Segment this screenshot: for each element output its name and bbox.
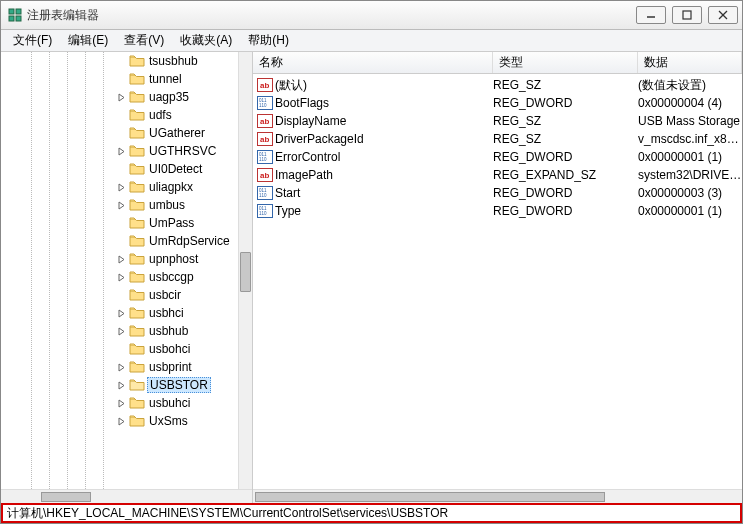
- folder-icon: [129, 234, 145, 248]
- tree-item-label: usbhub: [147, 324, 190, 338]
- no-expand-icon: [116, 74, 127, 85]
- no-expand-icon: [116, 218, 127, 229]
- tree-item[interactable]: usbccgp: [1, 268, 238, 286]
- scrollbar-thumb[interactable]: [41, 492, 91, 502]
- no-expand-icon: [116, 110, 127, 121]
- expand-icon[interactable]: [116, 146, 127, 157]
- folder-icon: [129, 360, 145, 374]
- status-path: 计算机\HKEY_LOCAL_MACHINE\SYSTEM\CurrentCon…: [7, 505, 448, 522]
- tree-horizontal-scrollbar[interactable]: [1, 489, 252, 503]
- string-value-icon: ab: [257, 132, 273, 146]
- expand-icon[interactable]: [116, 92, 127, 103]
- expand-icon[interactable]: [116, 362, 127, 373]
- list-row[interactable]: 011110StartREG_DWORD0x00000003 (3): [253, 184, 742, 202]
- close-button[interactable]: [708, 6, 738, 24]
- expand-icon[interactable]: [116, 416, 127, 427]
- tree-item[interactable]: uagp35: [1, 88, 238, 106]
- tree-item[interactable]: tunnel: [1, 70, 238, 88]
- expand-icon[interactable]: [116, 308, 127, 319]
- list-row[interactable]: abDriverPackageIdREG_SZv_mscdsc.inf_x86_…: [253, 130, 742, 148]
- tree-item[interactable]: usbohci: [1, 340, 238, 358]
- dword-value-icon: 011110: [257, 150, 273, 164]
- tree-item[interactable]: usbhub: [1, 322, 238, 340]
- scrollbar-thumb[interactable]: [255, 492, 605, 502]
- svg-text:ab: ab: [260, 81, 269, 90]
- tree-item[interactable]: upnphost: [1, 250, 238, 268]
- tree-item[interactable]: UmRdpService: [1, 232, 238, 250]
- expand-icon[interactable]: [116, 254, 127, 265]
- tree-item[interactable]: usbhci: [1, 304, 238, 322]
- expand-icon[interactable]: [116, 398, 127, 409]
- value-name: DisplayName: [275, 114, 493, 128]
- folder-icon: [129, 54, 145, 68]
- tree-item[interactable]: USBSTOR: [1, 376, 238, 394]
- column-header-type[interactable]: 类型: [493, 52, 638, 73]
- no-expand-icon: [116, 236, 127, 247]
- svg-rect-5: [683, 11, 691, 19]
- expand-icon[interactable]: [116, 326, 127, 337]
- list-row[interactable]: 011110ErrorControlREG_DWORD0x00000001 (1…: [253, 148, 742, 166]
- value-type: REG_DWORD: [493, 204, 638, 218]
- folder-icon: [129, 108, 145, 122]
- menu-help[interactable]: 帮助(H): [240, 30, 297, 51]
- value-type: REG_SZ: [493, 132, 638, 146]
- string-value-icon: ab: [257, 114, 273, 128]
- tree-item[interactable]: UxSms: [1, 412, 238, 430]
- dword-value-icon: 011110: [257, 186, 273, 200]
- column-header-name[interactable]: 名称: [253, 52, 493, 73]
- tree-item[interactable]: usbcir: [1, 286, 238, 304]
- tree-item-label: usbprint: [147, 360, 194, 374]
- list-horizontal-scrollbar[interactable]: [253, 489, 742, 503]
- svg-text:ab: ab: [260, 135, 269, 144]
- value-name: DriverPackageId: [275, 132, 493, 146]
- tree-item-label: usbhci: [147, 306, 186, 320]
- menu-file[interactable]: 文件(F): [5, 30, 60, 51]
- svg-rect-2: [9, 16, 14, 21]
- menu-favorites[interactable]: 收藏夹(A): [172, 30, 240, 51]
- folder-icon: [129, 378, 145, 392]
- tree-item[interactable]: usbprint: [1, 358, 238, 376]
- tree-item[interactable]: tsusbhub: [1, 52, 238, 70]
- column-header-data[interactable]: 数据: [638, 52, 742, 73]
- folder-icon: [129, 396, 145, 410]
- list-row[interactable]: ab(默认)REG_SZ(数值未设置): [253, 76, 742, 94]
- folder-icon: [129, 162, 145, 176]
- registry-editor-window: 注册表编辑器 文件(F) 编辑(E) 查看(V) 收藏夹(A) 帮助(H) ts…: [0, 0, 743, 524]
- expand-icon[interactable]: [116, 200, 127, 211]
- no-expand-icon: [116, 128, 127, 139]
- list-row[interactable]: 011110TypeREG_DWORD0x00000001 (1): [253, 202, 742, 220]
- list-body[interactable]: ab(默认)REG_SZ(数值未设置)011110BootFlagsREG_DW…: [253, 74, 742, 489]
- list-row[interactable]: 011110BootFlagsREG_DWORD0x00000004 (4): [253, 94, 742, 112]
- scrollbar-thumb[interactable]: [240, 252, 251, 292]
- tree-item[interactable]: UmPass: [1, 214, 238, 232]
- tree-item[interactable]: UGTHRSVC: [1, 142, 238, 160]
- tree-item-label: usbcir: [147, 288, 183, 302]
- tree-item[interactable]: usbuhci: [1, 394, 238, 412]
- tree-item[interactable]: UI0Detect: [1, 160, 238, 178]
- value-type: REG_SZ: [493, 78, 638, 92]
- tree-scroll-area[interactable]: tsusbhubtunneluagp35udfsUGathererUGTHRSV…: [1, 52, 252, 489]
- expand-icon[interactable]: [116, 380, 127, 391]
- tree-item[interactable]: udfs: [1, 106, 238, 124]
- tree-item[interactable]: UGatherer: [1, 124, 238, 142]
- list-row[interactable]: abImagePathREG_EXPAND_SZsystem32\DRIVERS: [253, 166, 742, 184]
- tree-item[interactable]: umbus: [1, 196, 238, 214]
- expand-icon[interactable]: [116, 272, 127, 283]
- tree-item-label: uliagpkx: [147, 180, 195, 194]
- tree-item-label: umbus: [147, 198, 187, 212]
- value-name: BootFlags: [275, 96, 493, 110]
- menu-edit[interactable]: 编辑(E): [60, 30, 116, 51]
- value-data: system32\DRIVERS: [638, 168, 742, 182]
- expand-icon[interactable]: [116, 182, 127, 193]
- menu-view[interactable]: 查看(V): [116, 30, 172, 51]
- tree-vertical-scrollbar[interactable]: [238, 52, 252, 489]
- maximize-button[interactable]: [672, 6, 702, 24]
- list-row[interactable]: abDisplayNameREG_SZUSB Mass Storage: [253, 112, 742, 130]
- minimize-button[interactable]: [636, 6, 666, 24]
- svg-rect-3: [16, 16, 21, 21]
- tree-item-label: tsusbhub: [147, 54, 200, 68]
- tree-item[interactable]: uliagpkx: [1, 178, 238, 196]
- menubar: 文件(F) 编辑(E) 查看(V) 收藏夹(A) 帮助(H): [1, 30, 742, 52]
- tree-item-label: tunnel: [147, 72, 184, 86]
- folder-icon: [129, 90, 145, 104]
